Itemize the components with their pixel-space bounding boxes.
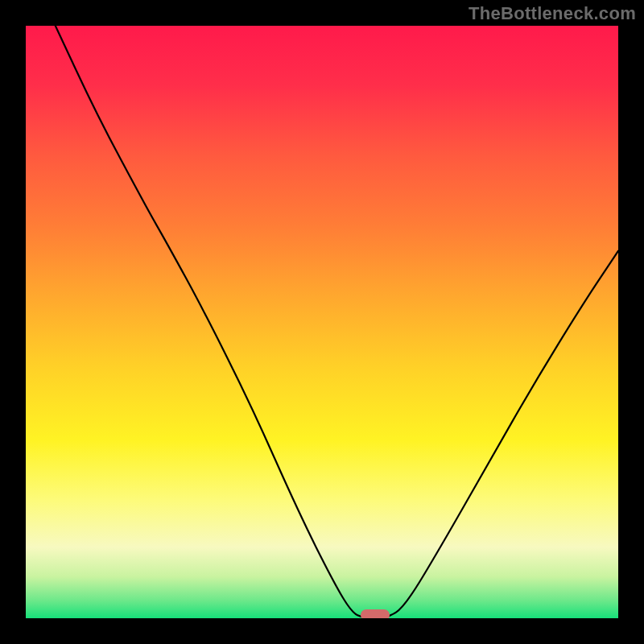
bottleneck-curve-path [56,26,618,618]
bottleneck-curve [26,26,618,618]
watermark-text: TheBottleneck.com [469,3,636,24]
chart-frame: TheBottleneck.com [0,0,644,644]
optimal-marker [361,609,390,618]
plot-area [26,26,618,618]
